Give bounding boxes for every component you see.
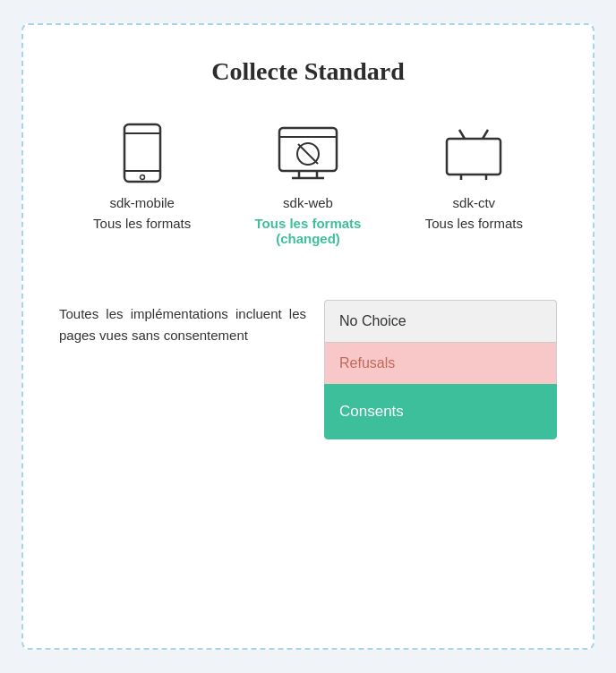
sdk-web-format: Tous les formats(changed) xyxy=(255,216,362,246)
sdk-web-item: sdk-web Tous les formats(changed) xyxy=(227,122,389,246)
tv-icon xyxy=(442,122,505,184)
consents-box: Consents xyxy=(324,384,557,439)
sdk-mobile-name: sdk-mobile xyxy=(109,195,175,210)
svg-point-3 xyxy=(140,175,144,180)
sdk-ctv-item: sdk-ctv Tous les formats xyxy=(393,122,554,231)
bottom-section: Toutes les implémentations incluent les … xyxy=(59,300,557,439)
sdk-ctv-format: Tous les formats xyxy=(425,216,523,231)
web-icon xyxy=(277,122,339,184)
sdk-row: sdk-mobile Tous les formats sdk-web T xyxy=(59,122,557,246)
main-card: Collecte Standard sdk-mobile Tous les fo… xyxy=(21,23,595,650)
sdk-mobile-item: sdk-mobile Tous les formats xyxy=(62,122,223,231)
mobile-icon xyxy=(111,122,174,184)
sdk-mobile-format: Tous les formats xyxy=(93,216,191,231)
sdk-ctv-name: sdk-ctv xyxy=(453,195,496,210)
svg-line-13 xyxy=(483,130,488,139)
bottom-description: Toutes les implémentations incluent les … xyxy=(59,300,306,346)
svg-line-10 xyxy=(298,144,318,164)
refusals-box: Refusals xyxy=(324,342,557,384)
no-choice-box: No Choice xyxy=(324,300,557,342)
svg-rect-11 xyxy=(447,139,500,175)
page-title: Collecte Standard xyxy=(59,57,557,86)
sdk-web-name: sdk-web xyxy=(283,195,333,210)
consent-boxes: No Choice Refusals Consents xyxy=(324,300,557,439)
svg-line-12 xyxy=(459,130,465,139)
